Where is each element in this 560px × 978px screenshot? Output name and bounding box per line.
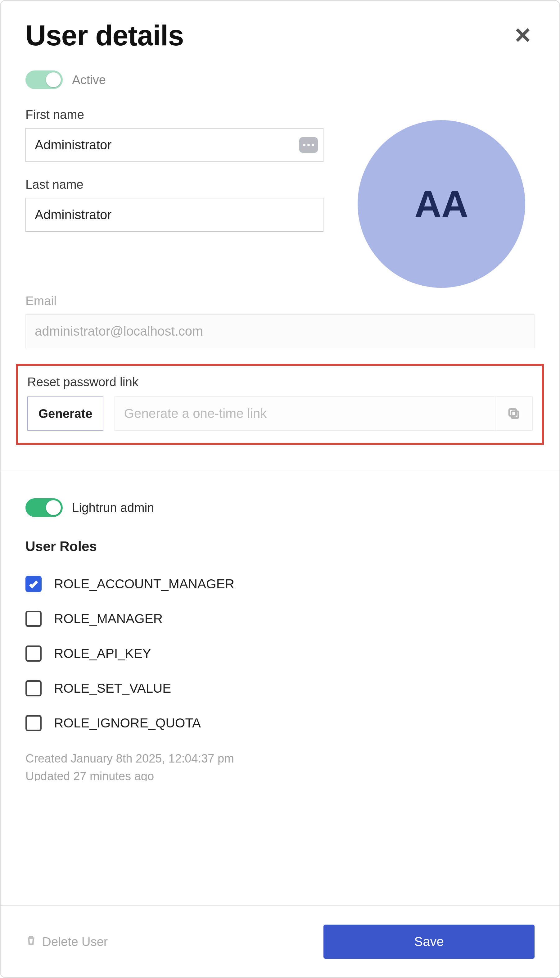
first-name-label: First name (25, 108, 323, 122)
avatar: AA (358, 120, 525, 288)
role-checkbox[interactable] (25, 611, 42, 627)
first-name-input[interactable]: Administrator (25, 128, 323, 162)
email-label: Email (25, 294, 535, 308)
role-checkbox[interactable] (25, 645, 42, 661)
role-item[interactable]: ROLE_API_KEY (25, 636, 535, 671)
svg-rect-2 (512, 412, 518, 418)
created-timestamp: Created January 8th 2025, 12:04:37 pm (25, 750, 535, 768)
role-label: ROLE_IGNORE_QUOTA (54, 716, 201, 731)
user-details-panel: User details Active First name Administr… (0, 0, 560, 978)
role-label: ROLE_MANAGER (54, 611, 163, 626)
lightrun-admin-label: Lightrun admin (72, 501, 154, 515)
lightrun-admin-toggle[interactable] (25, 498, 63, 517)
delete-user-label: Delete User (42, 935, 108, 949)
close-icon[interactable] (511, 23, 535, 48)
copy-icon[interactable] (495, 397, 532, 430)
reset-link-input[interactable]: Generate a one-time link (115, 397, 495, 430)
save-button[interactable]: Save (323, 925, 535, 959)
updated-timestamp: Updated 27 minutes ago (25, 768, 535, 781)
user-roles-heading: User Roles (25, 539, 535, 554)
role-label: ROLE_ACCOUNT_MANAGER (54, 576, 234, 591)
role-item[interactable]: ROLE_MANAGER (25, 601, 535, 636)
role-item[interactable]: ROLE_ACCOUNT_MANAGER (25, 566, 535, 601)
role-label: ROLE_SET_VALUE (54, 681, 171, 696)
delete-user-button[interactable]: Delete User (25, 934, 108, 950)
svg-rect-3 (509, 409, 516, 416)
role-label: ROLE_API_KEY (54, 646, 151, 661)
trash-icon (25, 934, 37, 950)
active-toggle-label: Active (72, 73, 106, 87)
role-checkbox[interactable] (25, 680, 42, 696)
last-name-label: Last name (25, 178, 323, 192)
generate-button[interactable]: Generate (27, 397, 103, 431)
role-checkbox[interactable] (25, 576, 42, 592)
active-toggle[interactable] (25, 70, 63, 89)
reset-password-label: Reset password link (27, 375, 533, 389)
last-name-input[interactable]: Administrator (25, 198, 323, 232)
reset-password-section: Reset password link Generate Generate a … (16, 364, 544, 445)
page-title: User details (25, 19, 184, 52)
more-icon[interactable] (299, 137, 318, 153)
email-input[interactable]: administrator@localhost.com (25, 314, 535, 348)
role-checkbox[interactable] (25, 715, 42, 731)
role-item[interactable]: ROLE_SET_VALUE (25, 671, 535, 706)
role-item[interactable]: ROLE_IGNORE_QUOTA (25, 706, 535, 740)
